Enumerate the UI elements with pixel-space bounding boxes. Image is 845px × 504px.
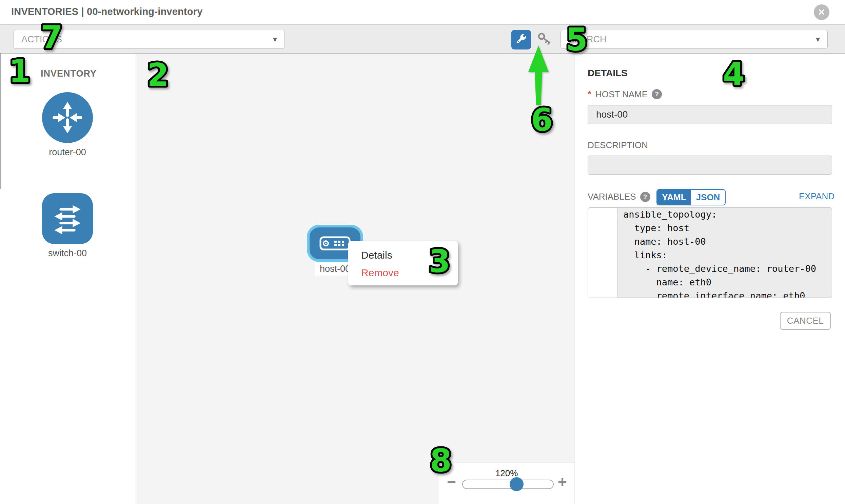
code-line: 6 name: eth0 — [588, 275, 832, 289]
host-name-input[interactable] — [588, 105, 832, 124]
required-marker: * — [588, 89, 592, 100]
menu-item-remove[interactable]: Remove — [348, 264, 458, 282]
line-code: name: host-00 — [618, 235, 832, 249]
sidebar-item-label: switch-00 — [42, 248, 93, 258]
description-input[interactable] — [588, 156, 832, 175]
line-code: links: — [618, 249, 832, 262]
key-icon — [537, 32, 552, 49]
line-code: remote_interface_name: eth0 — [618, 289, 832, 298]
question-circle-icon[interactable]: ? — [640, 192, 650, 202]
line-code: ansible_topology: — [618, 208, 832, 221]
host-name-label-row: * HOST NAME ? — [588, 89, 662, 100]
actions-dropdown-label: ACTIONS — [21, 34, 62, 45]
actions-dropdown[interactable]: ACTIONS ▾ — [14, 30, 285, 49]
chevron-down-icon: ▾ — [816, 35, 820, 43]
code-line: 3 name: host-00 — [588, 235, 832, 249]
code-line: 2 type: host — [588, 221, 832, 235]
sidebar-scrollbar[interactable] — [0, 54, 1, 189]
host-name-label: HOST NAME — [595, 89, 648, 100]
search-dropdown[interactable]: SEARCH ▾ — [561, 30, 828, 49]
zoom-out-button[interactable]: − — [447, 474, 456, 490]
code-line: 1 ansible_topology: — [588, 208, 832, 221]
line-code: type: host — [618, 221, 832, 235]
variables-code-editor[interactable]: 1 ansible_topology: 2 type: host 3 name:… — [588, 208, 832, 298]
code-line: 4 links: — [588, 249, 832, 262]
zoom-slider-track[interactable] — [462, 480, 554, 489]
key-button[interactable] — [537, 32, 552, 48]
page-title: INVENTORIES | 00-networking-inventory — [11, 6, 203, 17]
router-icon — [42, 92, 93, 143]
wrench-icon — [515, 33, 528, 47]
switch-icon — [42, 193, 93, 244]
sidebar-heading: INVENTORY — [41, 69, 96, 79]
node-context-menu: Details Remove — [348, 241, 458, 285]
expand-link[interactable]: EXPAND — [799, 191, 834, 202]
description-label-row: DESCRIPTION — [588, 140, 648, 150]
variables-label: VARIABLES — [588, 192, 636, 202]
variables-format-toggle: YAML JSON — [656, 189, 726, 205]
line-code: - remote_device_name: router-00 — [618, 262, 832, 275]
sidebar-item-router[interactable]: router-00 — [42, 92, 93, 158]
sidebar-item-label: router-00 — [42, 147, 93, 158]
details-heading: DETAILS — [588, 68, 628, 79]
inventory-topology-window: INVENTORIES | 00-networking-inventory ✕ … — [0, 0, 845, 504]
line-code: name: eth0 — [618, 275, 832, 289]
wrench-button[interactable] — [511, 30, 531, 50]
question-circle-icon[interactable]: ? — [652, 89, 662, 99]
variables-label-row: VARIABLES ? — [588, 192, 650, 202]
toggle-yaml[interactable]: YAML — [657, 190, 691, 205]
sidebar-item-switch[interactable]: switch-00 — [42, 193, 93, 258]
zoom-level-value: 120% — [439, 468, 575, 479]
menu-item-details[interactable]: Details — [348, 247, 458, 264]
search-dropdown-label: SEARCH — [568, 34, 606, 45]
code-line: 5 - remote_device_name: router-00 — [588, 262, 832, 275]
code-line: 7 remote_interface_name: eth0 — [588, 289, 832, 298]
editor-gutter — [588, 208, 618, 298]
cancel-button[interactable]: CANCEL — [780, 312, 831, 330]
toggle-json[interactable]: JSON — [691, 190, 725, 205]
description-label: DESCRIPTION — [588, 140, 648, 150]
zoom-slider-thumb[interactable] — [510, 477, 524, 491]
close-icon[interactable]: ✕ — [814, 4, 829, 20]
zoom-in-button[interactable]: + — [558, 474, 567, 490]
chevron-down-icon: ▾ — [273, 35, 277, 43]
